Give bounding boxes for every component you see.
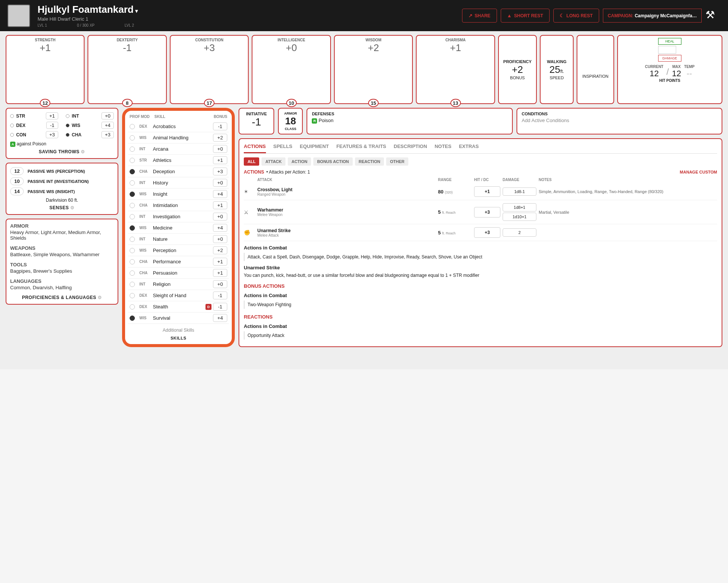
damage-value[interactable]: 1d8-1 [503,187,536,196]
ability-constitution[interactable]: CONSTITUTION+317 [170,35,249,104]
skill-row-stealth[interactable]: DEXStealthD-1 [128,301,229,313]
skill-name: Deception [153,169,213,174]
tab-actions[interactable]: ACTIONS [244,143,266,153]
skill-row-nature[interactable]: INTNature+0 [128,234,229,245]
skill-row-acrobatics[interactable]: DEXAcrobatics-1 [128,121,229,132]
header-buttons: ↗SHARE ▲SHORT REST ☾LONG REST CAMPAIGN: … [462,9,720,23]
filter-attack[interactable]: ATTACK [261,157,285,166]
speed-value: 25ft. [550,64,564,76]
attack-hit[interactable]: +3 [474,207,500,217]
skill-row-athletics[interactable]: STRAthletics+1 [128,155,229,166]
inspiration-box[interactable]: INSPIRATION [577,35,614,104]
speed-box[interactable]: WALKING 25ft. SPEED [540,35,574,104]
skill-col: SKILL [154,115,208,119]
tab-extras[interactable]: EXTRAS [459,143,479,153]
ability-intelligence[interactable]: INTELLIGENCE+010 [252,35,331,104]
tab-featurestraits[interactable]: FEATURES & TRAITS [336,143,386,153]
skill-name: Religion [153,281,213,287]
share-label: SHARE [475,13,491,18]
long-rest-button[interactable]: ☾LONG REST [553,9,599,23]
ability-strength[interactable]: STRENGTH+112 [6,35,85,104]
attack-row[interactable]: ⚔WarhammerMelee Weapon5 ft. Reach+31d8+1… [244,200,717,224]
save-con[interactable]: CON+3 [10,131,58,138]
skill-row-perception[interactable]: WISPerception+2 [128,245,229,256]
ability-mod: +1 [418,42,492,54]
skill-row-religion[interactable]: INTReligion+0 [128,279,229,290]
skill-row-deception[interactable]: CHADeception+3 [128,166,229,177]
skill-name: Performance [153,259,213,264]
tab-spells[interactable]: SPELLS [273,143,293,153]
lang-h: LANGUAGES [10,278,114,284]
save-cha[interactable]: CHA+3 [66,131,114,138]
skill-row-animal-handling[interactable]: WISAnimal Handling+2 [128,132,229,143]
damage-value[interactable]: 2 [503,228,536,237]
top-stats-row: STRENGTH+112DEXTERITY-18CONSTITUTION+317… [6,35,722,104]
skill-ability: CHA [139,260,153,264]
proficiency-box[interactable]: PROFICIENCY +2 BONUS [498,35,537,104]
attack-row[interactable]: ✊Unarmed StrikeMelee Attack5 ft. Reach+3… [244,224,717,241]
filter-other[interactable]: OTHER [386,157,408,166]
skill-row-survival[interactable]: WISSurvival+4 [128,313,229,324]
skill-row-sleight-of-hand[interactable]: DEXSleight of Hand-1 [128,290,229,301]
skill-row-insight[interactable]: WISInsight+4 [128,189,229,200]
prof-pip [130,304,135,310]
additional-skills[interactable]: Additional Skills [128,324,229,334]
defenses-box[interactable]: DEFENSES R Poison [307,108,512,134]
ability-charisma[interactable]: CHARISMA+113 [416,35,495,104]
skill-row-performance[interactable]: CHAPerformance+1 [128,256,229,267]
prof-pip [130,225,135,231]
damage-value[interactable]: 1d10+1 [503,213,536,221]
tab-equipment[interactable]: EQUIPMENT [300,143,329,153]
anvil-icon[interactable]: ⚒ [705,9,720,23]
ability-score: 8 [122,99,133,107]
save-int[interactable]: INT+0 [66,112,114,119]
insp-title: INSPIRATION [582,74,608,79]
gear-icon[interactable]: ⚙ [81,149,85,154]
gear-icon[interactable]: ⚙ [70,205,75,210]
save-wis[interactable]: WIS+4 [66,122,114,129]
manage-custom[interactable]: MANAGE CUSTOM [680,170,717,174]
character-name[interactable]: Hjulkyl Foamtankard [38,4,138,15]
ability-score: 10 [286,99,297,107]
share-button[interactable]: ↗SHARE [462,9,497,23]
skill-ability: WIS [139,226,153,230]
skill-row-intimidation[interactable]: CHAIntimidation+1 [128,200,229,211]
skill-row-arcana[interactable]: INTArcana+0 [128,143,229,155]
us-header: Unarmed Strike [244,265,717,270]
campaign-button[interactable]: CAMPAIGN: Campaigny McCampaignfa… [603,9,702,23]
filter-action[interactable]: ACTION [288,157,311,166]
save-value: +1 [46,112,58,119]
skill-row-medicine[interactable]: WISMedicine+4 [128,222,229,234]
ability-wisdom[interactable]: WISDOM+215 [334,35,413,104]
ability-dexterity[interactable]: DEXTERITY-18 [88,35,166,104]
save-str[interactable]: STR+1 [10,112,58,119]
skill-row-history[interactable]: INTHistory+0 [128,177,229,189]
skill-row-investigation[interactable]: INTInvestigation+0 [128,211,229,222]
attack-hit[interactable]: +1 [474,186,500,197]
heal-button[interactable]: HEAL [658,38,681,45]
attack-hit[interactable]: +3 [474,227,500,238]
hp-box[interactable]: HEAL DAMAGE CURRENT12 / MAX12 TEMP-- HIT… [617,35,722,104]
gear-icon[interactable]: ⚙ [98,295,102,300]
attack-row[interactable]: ✶Crossbow, LightRanged Weapon80 (320)+11… [244,183,717,200]
filter-reaction[interactable]: REACTION [355,157,384,166]
tab-description[interactable]: DESCRIPTION [394,143,427,153]
skills-header: PROF MOD SKILL BONUS [128,115,229,121]
filter-bonus-action[interactable]: BONUS ACTION [313,157,353,166]
character-avatar[interactable] [8,5,30,27]
damage-value[interactable]: 1d8+1 [503,203,536,211]
filter-all[interactable]: ALL [244,157,259,166]
senses-title: SENSES ⚙ [10,205,114,210]
hp-input[interactable] [658,46,676,54]
short-rest-button[interactable]: ▲SHORT REST [501,9,550,23]
sense-row: 14PASSIVE WIS (INSIGHT) [10,187,114,195]
initiative-box[interactable]: INITIATIVE -1 [239,108,274,134]
header: Hjulkyl Foamtankard Male Hill Dwarf Cler… [0,0,728,31]
tab-notes[interactable]: NOTES [435,143,452,153]
saves-grid: STR+1INT+0DEX-1WIS+4CON+3CHA+3 [10,112,114,138]
damage-button[interactable]: DAMAGE [658,55,681,62]
save-dex[interactable]: DEX-1 [10,122,58,129]
skill-row-persuasion[interactable]: CHAPersuasion+1 [128,267,229,279]
armor-class-box[interactable]: ARMOR 18 CLASS [278,108,303,134]
conditions-box[interactable]: CONDITIONS Add Active Conditions [517,108,722,134]
